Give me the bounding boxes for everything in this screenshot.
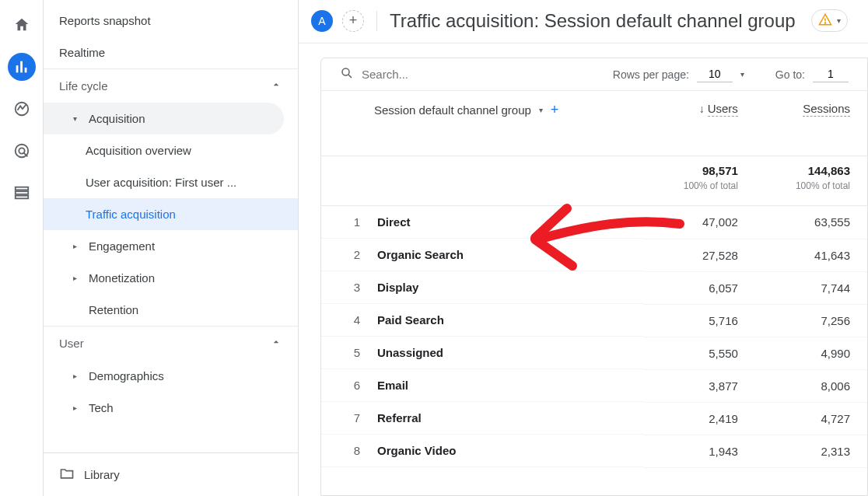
goto-label: Go to: (775, 68, 805, 81)
row-sessions: 7,744 (755, 271, 867, 304)
reports-icon[interactable] (8, 53, 36, 81)
svg-rect-2 (24, 68, 26, 72)
row-index: 8 (349, 444, 360, 457)
caret-right-icon: ▸ (73, 372, 81, 380)
row-sessions: 8,006 (755, 369, 867, 402)
main-content: A + Traffic acquisition: Session default… (299, 0, 868, 496)
search-input[interactable] (362, 68, 605, 81)
section-user[interactable]: User (44, 326, 298, 360)
chevron-up-icon (270, 79, 282, 93)
group-label: Demographics (89, 369, 164, 382)
total-sessions: 144,863 100% of total (755, 156, 867, 206)
row-index: 7 (349, 411, 360, 424)
section-life-cycle[interactable]: Life cycle (44, 68, 298, 103)
caret-down-icon: ▾ (73, 114, 81, 123)
reports-sidebar: Reports snapshot Realtime Life cycle ▾ A… (44, 0, 299, 496)
row-index: 5 (349, 346, 360, 359)
library-label: Library (84, 468, 120, 481)
sidebar-group-acquisition[interactable]: ▾ Acquisition (44, 103, 284, 134)
row-sessions: 41,643 (755, 239, 867, 271)
sidebar-item-acq-overview[interactable]: Acquisition overview (44, 134, 298, 166)
table-row[interactable]: 8Organic Video1,9432,313 (321, 435, 867, 467)
sidebar-item-realtime[interactable]: Realtime (44, 37, 298, 68)
total-users: 98,571 100% of total (643, 156, 755, 206)
explore-icon[interactable] (8, 95, 36, 123)
segment-badge[interactable]: A (311, 10, 333, 32)
row-users: 3,877 (643, 369, 755, 402)
svg-rect-7 (15, 191, 28, 194)
svg-rect-8 (15, 196, 28, 199)
row-dimension: Display (377, 281, 418, 294)
row-dimension: Email (377, 379, 408, 392)
row-sessions: 4,990 (755, 337, 867, 369)
table-row[interactable]: 1Direct47,00263,555 (321, 206, 867, 239)
configure-icon[interactable] (8, 179, 36, 207)
plus-icon: + (349, 12, 358, 29)
section-label: User (59, 337, 84, 350)
svg-point-10 (824, 23, 825, 23)
table-row[interactable]: 3Display6,0577,744 (321, 271, 867, 304)
traffic-table: Session default channel group ▾ + ↓Users… (321, 91, 867, 468)
table-row[interactable]: 7Referral2,4194,727 (321, 402, 867, 435)
svg-rect-0 (16, 65, 18, 72)
sidebar-group-tech[interactable]: ▸ Tech (44, 392, 284, 424)
row-dimension: Paid Search (377, 313, 444, 327)
row-index: 4 (349, 313, 360, 327)
sidebar-library[interactable]: Library (44, 452, 298, 496)
traffic-table-card: Rows per page: ▾ Go to: Session default … (320, 58, 868, 496)
sidebar-item-reports-snapshot[interactable]: Reports snapshot (44, 5, 298, 37)
row-dimension: Unassigned (377, 346, 443, 359)
row-index: 1 (349, 215, 360, 229)
row-index: 2 (349, 248, 360, 261)
svg-rect-6 (15, 187, 28, 190)
table-row[interactable]: 6Email3,8778,006 (321, 369, 867, 402)
add-segment-button[interactable]: + (342, 10, 364, 32)
rows-per-page-select[interactable] (697, 66, 733, 82)
metric-header-sessions[interactable]: Sessions (755, 91, 867, 156)
search-icon (340, 66, 354, 82)
row-users: 5,716 (643, 304, 755, 337)
add-dimension-button[interactable]: + (551, 102, 559, 118)
table-toolbar: Rows per page: ▾ Go to: (321, 58, 867, 91)
row-users: 6,057 (643, 271, 755, 304)
row-dimension: Referral (377, 411, 422, 424)
advertising-icon[interactable] (8, 137, 36, 165)
table-row[interactable]: 5Unassigned5,5504,990 (321, 337, 867, 369)
nav-rail (0, 0, 44, 496)
goto-page-input[interactable] (813, 66, 849, 82)
home-icon[interactable] (8, 11, 36, 39)
caret-down-icon: ▾ (740, 70, 744, 79)
row-users: 47,002 (643, 206, 755, 239)
caret-down-icon: ▾ (837, 16, 841, 25)
data-quality-dropdown[interactable]: ▾ (811, 9, 848, 32)
group-label: Engagement (89, 239, 155, 253)
sidebar-item-traffic-acquisition[interactable]: Traffic acquisition (44, 198, 298, 230)
dimension-header[interactable]: Session default channel group ▾ + (321, 91, 643, 156)
group-label: Acquisition (89, 112, 145, 125)
row-sessions: 63,555 (755, 206, 867, 239)
row-dimension: Direct (377, 215, 411, 229)
sidebar-group-monetization[interactable]: ▸ Monetization (44, 262, 284, 294)
warning-icon (818, 12, 832, 29)
page-title: Traffic acquisition: Session default cha… (390, 10, 796, 32)
caret-right-icon: ▸ (73, 403, 81, 412)
row-sessions: 4,727 (755, 402, 867, 435)
sidebar-group-retention[interactable]: Retention (44, 294, 284, 326)
row-users: 27,528 (643, 239, 755, 271)
svg-point-11 (342, 68, 349, 75)
divider (376, 11, 377, 31)
caret-down-icon: ▾ (539, 106, 543, 114)
row-sessions: 2,313 (755, 435, 867, 467)
sidebar-group-engagement[interactable]: ▸ Engagement (44, 230, 284, 262)
sidebar-item-user-acquisition[interactable]: User acquisition: First user ... (44, 166, 298, 198)
sidebar-group-demographics[interactable]: ▸ Demographics (44, 360, 284, 392)
row-dimension: Organic Search (377, 248, 464, 261)
metric-header-users[interactable]: ↓Users (643, 91, 755, 156)
sort-arrow-icon: ↓ (699, 103, 705, 115)
caret-right-icon: ▸ (73, 242, 81, 250)
row-users: 5,550 (643, 337, 755, 369)
table-row[interactable]: 4Paid Search5,7167,256 (321, 304, 867, 337)
row-dimension: Organic Video (377, 444, 456, 457)
table-row[interactable]: 2Organic Search27,52841,643 (321, 239, 867, 271)
row-sessions: 7,256 (755, 304, 867, 337)
